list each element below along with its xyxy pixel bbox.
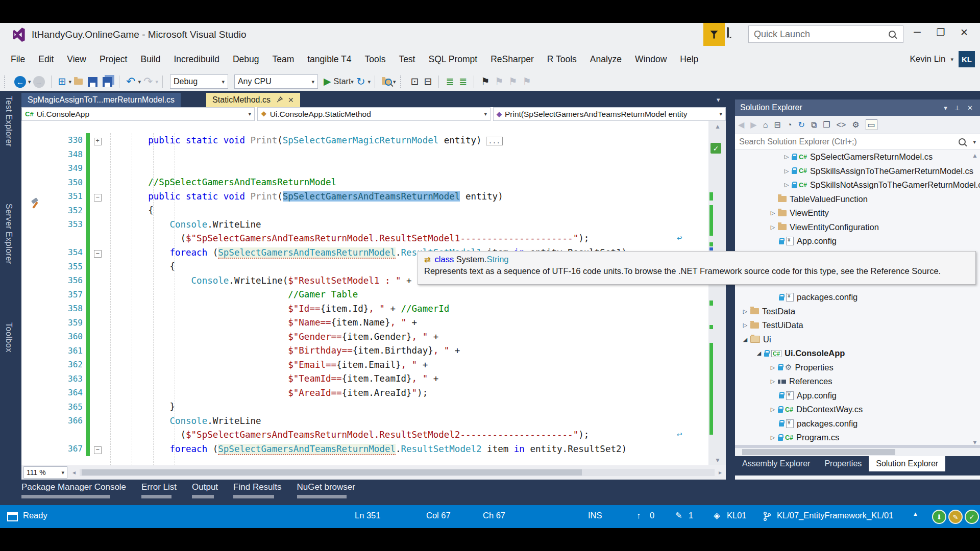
tool-tab-solution-explorer[interactable]: Solution Explorer — [869, 456, 945, 471]
menu-item-team[interactable]: Team — [265, 51, 301, 68]
expander-icon[interactable]: ◢ — [754, 350, 764, 357]
fold-toggle-icon[interactable]: − — [94, 446, 102, 454]
project-dropdown[interactable]: C# Ui.ConsoleApp ▾ — [21, 107, 255, 121]
tree-item[interactable]: ▷ViewEntity — [735, 206, 980, 220]
scroll-up-icon[interactable]: ▲ — [972, 152, 978, 159]
branch-icon[interactable] — [764, 512, 771, 523]
tree-item[interactable]: App.config — [735, 389, 980, 403]
start-icon[interactable]: ▶ — [324, 76, 331, 88]
comment-icon[interactable]: ⊟ — [424, 76, 432, 88]
scrollbar-thumb[interactable] — [82, 469, 582, 475]
panel-tab-output[interactable]: Output — [192, 482, 218, 498]
editor-scrollbar[interactable]: ▲ ▼ — [708, 121, 726, 465]
chevron-down-icon[interactable]: ▾ — [68, 79, 71, 85]
expander-icon[interactable]: ▷ — [768, 364, 778, 371]
tree-item[interactable]: ▷⚙Properties — [735, 361, 980, 375]
expander-icon[interactable]: ▷ — [781, 168, 792, 174]
left-tab-server-explorer[interactable]: Server Explorer — [4, 204, 13, 298]
expander-icon[interactable]: ▷ — [740, 308, 750, 315]
code-line[interactable]: 352 { — [21, 204, 708, 218]
copy-icon[interactable]: ❐ — [823, 120, 830, 130]
code-line[interactable]: 359 $"Name=={item.Name}, " + — [21, 316, 708, 330]
save-icon[interactable] — [88, 77, 97, 87]
expander-icon[interactable]: ◢ — [740, 336, 750, 343]
properties-icon[interactable]: ⚙ — [852, 120, 859, 130]
chevron-down-icon[interactable]: ▾ — [138, 79, 141, 85]
code-line[interactable]: ($"SpSelectGamersAndTeamsReturnModel.Res… — [21, 232, 708, 246]
preview-selected-items-icon[interactable]: ▭ — [866, 119, 877, 130]
build-success-icon[interactable]: ✓ — [965, 510, 979, 524]
expander-icon[interactable]: ▷ — [768, 434, 778, 441]
back-icon[interactable]: ◀ — [738, 120, 744, 130]
menu-item-test[interactable]: Test — [392, 51, 422, 68]
view-code-icon[interactable]: <> — [837, 120, 846, 130]
branch-name[interactable]: KL/07_EntityFramework_KL/01 — [777, 511, 893, 520]
scrollbar-thumb[interactable] — [742, 449, 895, 455]
send-feedback-button[interactable] — [727, 28, 742, 40]
tree-item[interactable]: ▷C#SpSkillsAssignToTheGamerReturnModel.c… — [735, 164, 980, 179]
forward-icon[interactable]: ▶ — [750, 120, 756, 130]
code-line[interactable]: 366 Console.WriteLine — [21, 414, 708, 428]
restore-button[interactable]: ❐ — [932, 27, 949, 38]
branch-chevron-up-icon[interactable]: ▲ — [913, 511, 918, 517]
tree-item[interactable]: ▷C#DbContextWay.cs — [735, 403, 980, 417]
navigate-forward-icon[interactable]: → — [33, 76, 45, 88]
tree-item[interactable]: ▷TestUiData — [735, 318, 980, 333]
document-tab[interactable]: StaticMethod.cs✕ — [206, 93, 300, 107]
close-icon[interactable]: ✕ — [288, 96, 294, 104]
zoom-level-combo[interactable]: 111 % ▾ — [23, 466, 67, 479]
expander-icon[interactable]: ▷ — [768, 378, 778, 385]
chevron-down-icon[interactable]: ▾ — [351, 79, 354, 85]
tool-tab-assembly-explorer[interactable]: Assembly Explorer — [735, 456, 817, 471]
resharper-file-status-icon[interactable]: ✓ — [710, 143, 721, 154]
pending-changes-filter-icon[interactable]: ◔ — [787, 120, 792, 130]
indent-icon[interactable]: ≣ — [446, 76, 454, 88]
pin-icon[interactable]: ⊥ — [954, 104, 960, 112]
menu-item-sql-prompt[interactable]: SQL Prompt — [422, 51, 484, 68]
fold-column[interactable]: − — [90, 247, 105, 258]
chevron-down-icon[interactable]: ▾ — [973, 139, 976, 145]
close-button[interactable]: ✕ — [955, 27, 973, 38]
menu-item-window[interactable]: Window — [628, 51, 673, 68]
code-line[interactable]: ($"SpSelectGamersAndTeamsReturnModel.Res… — [21, 428, 708, 442]
fold-toggle-icon[interactable]: − — [94, 250, 102, 258]
solution-explorer-search-input[interactable]: Search Solution Explorer (Ctrl+;) ▾ — [735, 134, 980, 150]
scroll-down-icon[interactable]: ▼ — [715, 457, 721, 464]
find-in-files-icon[interactable] — [382, 79, 390, 85]
scroll-right-icon[interactable]: ▸ — [719, 469, 722, 476]
incoming-commits-count[interactable]: 0 — [650, 511, 654, 520]
code-line[interactable]: 349 — [21, 161, 708, 176]
menu-item-project[interactable]: Project — [93, 51, 134, 68]
tree-item[interactable]: App.config — [735, 234, 980, 248]
panel-tab-nuget-browser[interactable]: NuGet browser — [297, 482, 355, 498]
panel-tab-find-results[interactable]: Find Results — [233, 482, 281, 498]
code-line[interactable]: 364 $"AreaId=={item.AreaId}"); — [21, 386, 708, 400]
minimize-button[interactable]: ─ — [909, 27, 926, 38]
tree-item[interactable]: ◢Ui — [735, 333, 980, 347]
tree-item[interactable]: ▷C#Program.cs — [735, 431, 980, 445]
menu-item-analyze[interactable]: Analyze — [583, 51, 628, 68]
code-line[interactable]: 367− foreach (SpSelectGamersAndTeamsRetu… — [21, 442, 708, 456]
code-line[interactable]: 360 $"Gender=={item.Gender}, " + — [21, 330, 708, 344]
code-line[interactable]: 348 — [21, 147, 708, 162]
menu-item-r-tools[interactable]: R Tools — [541, 51, 583, 68]
undo-icon[interactable]: ↶ — [126, 76, 135, 88]
expander-icon[interactable]: ▷ — [781, 182, 792, 188]
expander-icon[interactable]: ▷ — [740, 322, 750, 329]
fold-toggle-icon[interactable]: − — [94, 194, 102, 202]
scroll-down-icon[interactable]: ▼ — [972, 439, 978, 446]
document-list-chevron-icon[interactable]: ▾ — [717, 96, 720, 104]
tree-item[interactable]: ▷C#SpSelectGamersReturnModel.cs — [735, 150, 980, 164]
menu-item-view[interactable]: View — [60, 51, 93, 68]
scroll-up-icon[interactable]: ▲ — [715, 123, 721, 130]
clear-bookmarks-icon[interactable]: ⚑ — [522, 76, 531, 88]
left-tab-toolbox[interactable]: Toolbox — [4, 322, 13, 372]
menu-item-tangible-t4[interactable]: tangible T4 — [301, 51, 358, 68]
code-line[interactable]: 350 //SpSelectGamersAndTeamsReturnModel — [21, 176, 708, 190]
outdent-icon[interactable]: ≣ — [459, 76, 467, 88]
window-position-chevron-icon[interactable]: ▾ — [944, 104, 947, 112]
menu-item-edit[interactable]: Edit — [32, 51, 60, 68]
refresh-icon[interactable]: ↻ — [356, 76, 365, 88]
close-icon[interactable]: ✕ — [967, 104, 973, 112]
expander-icon[interactable]: ▷ — [768, 210, 778, 216]
